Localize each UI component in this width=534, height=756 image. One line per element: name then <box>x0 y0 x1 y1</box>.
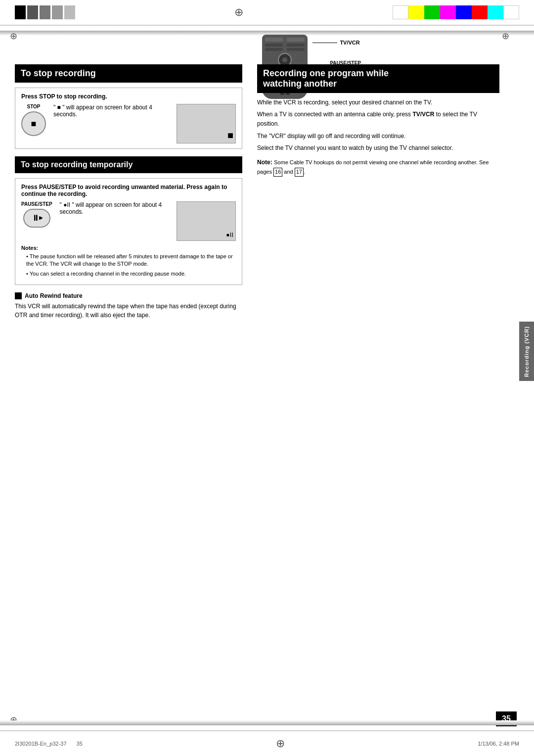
swatch-magenta <box>440 5 456 19</box>
stop-recording-header: To stop recording <box>15 64 242 83</box>
right-column: Recording one program while watching ano… <box>257 64 499 177</box>
stop-recording-instruction: Press STOP to stop recording. <box>21 93 236 100</box>
footer-date: 1/13/06, 2:48 PM <box>478 741 519 747</box>
color-swatches <box>393 5 519 19</box>
note-1: • The pause function will be released af… <box>21 253 236 268</box>
auto-rewind-header: Auto Rewind feature <box>15 292 242 299</box>
swatch-green <box>424 5 440 19</box>
swatch-lighter-gray <box>64 5 75 19</box>
footer-right: 1/13/06, 2:48 PM <box>478 741 519 747</box>
top-bar: ⊕ <box>0 0 534 26</box>
crosshair-top-right: ⊕ <box>502 31 509 42</box>
black-square-bullet <box>15 292 22 299</box>
body-para-4: Select the TV channel you want to watch … <box>257 143 499 153</box>
swatch-red <box>472 5 488 19</box>
swatch-dark-gray <box>27 5 38 19</box>
recording-program-header: Recording one program while watching ano… <box>257 64 499 93</box>
stop-recording-box: Press STOP to stop recording. STOP ■ " ■… <box>15 88 242 149</box>
pause-btn-label: PAUSE/STEP <box>21 201 52 207</box>
stop-screen-preview: ■ <box>177 104 236 143</box>
crosshair-top-left: ⊕ <box>10 31 17 42</box>
notes-section: Notes: • The pause function will be rele… <box>21 245 236 278</box>
swatch-white <box>393 5 408 19</box>
swatch-yellow <box>408 5 424 19</box>
swatch-cyan <box>488 5 503 19</box>
top-center-crosshair: ⊕ <box>85 6 393 19</box>
footer-left: 2I30201B-En_p32-37 35 <box>15 741 83 747</box>
note-block: Note: Some Cable TV hookups do not permi… <box>257 158 499 177</box>
stop-recording-content: STOP ■ " ■ " will appear on screen for a… <box>21 104 236 143</box>
note-text: Some Cable TV hookups do not permit view… <box>257 159 489 175</box>
tv-vcr-label: TV/VCR <box>340 40 359 46</box>
footer-page-num: 35 <box>77 741 83 747</box>
swatch-light-gray <box>52 5 63 19</box>
tvvcr-bold: TV/VCR <box>412 111 434 118</box>
swatch-gray <box>40 5 50 19</box>
pause-button-icon: ⏸▶ <box>23 209 50 228</box>
swatch-white2 <box>503 5 519 19</box>
stop-screen-text: " ■ " will appear on screen for about 4 … <box>53 104 169 120</box>
left-column: To stop recording Press STOP to stop rec… <box>15 64 242 320</box>
pause-instruction: Press PAUSE/STEP to avoid recording unwa… <box>21 184 236 197</box>
auto-rewind-section: Auto Rewind feature This VCR will automa… <box>15 292 242 320</box>
body-para-2: When a TV is connected with an antenna c… <box>257 110 499 129</box>
footer-doc-id: 2I30201B-En_p32-37 <box>15 741 67 747</box>
pause-button-area: PAUSE/STEP ⏸▶ <box>21 201 52 228</box>
stop-button-area: STOP ■ <box>21 104 46 136</box>
note-2: • You can select a recording channel in … <box>21 270 236 278</box>
body-para-3: The "VCR" display will go off and record… <box>257 132 499 141</box>
registration-marks <box>15 5 75 19</box>
stop-temporarily-header: To stop recording temporarily <box>15 156 242 173</box>
stop-temporarily-box: Press PAUSE/STEP to avoid recording unwa… <box>15 178 242 285</box>
pause-content: PAUSE/STEP ⏸▶ " ●II " will appear on scr… <box>21 201 236 241</box>
recording-program-body: While the VCR is recording, select your … <box>257 98 499 177</box>
stop-btn-label: STOP <box>27 104 40 109</box>
auto-rewind-text: This VCR will automatically rewind the t… <box>15 302 242 320</box>
bottom-center-crosshair: ⊕ <box>276 737 285 750</box>
body-para-1: While the VCR is recording, select your … <box>257 98 499 107</box>
pause-screen-text: " ●II " will appear on screen for about … <box>60 201 169 215</box>
pause-screen-preview: ●II <box>177 201 236 241</box>
swatch-black <box>15 5 26 19</box>
stop-button-icon: ■ <box>21 111 46 136</box>
bottom-bar: 2I30201B-En_p32-37 35 ⊕ 1/13/06, 2:48 PM <box>0 730 534 756</box>
side-tab: Recording (VCR) <box>519 322 534 381</box>
bottom-gradient-line <box>0 720 534 725</box>
swatch-blue <box>456 5 472 19</box>
